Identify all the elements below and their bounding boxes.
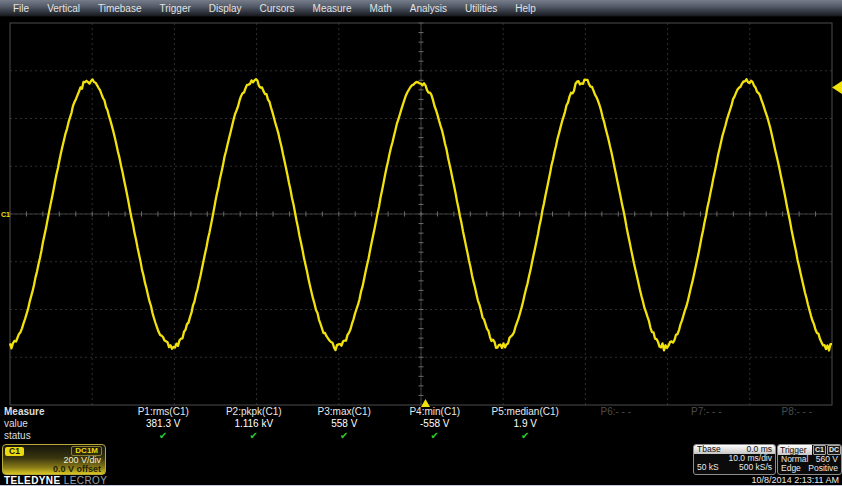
- p8-label: P8:- - -: [752, 406, 842, 418]
- p2-label: P2:pkpk(C1): [209, 406, 300, 418]
- p4-label: P4:min(C1): [390, 406, 481, 418]
- oscilloscope-window: File Vertical Timebase Trigger Display C…: [0, 0, 842, 486]
- timebase-label: Tbase: [697, 445, 721, 454]
- trigger-descriptor-box[interactable]: Trigger C1 DC Normal 560 V Edge Positive: [777, 444, 842, 475]
- trigger-position-marker[interactable]: [421, 399, 430, 407]
- p5-label: P5:median(C1): [480, 406, 571, 418]
- status-ok-icon: ✔: [299, 430, 390, 441]
- status-ok-icon: ✔: [390, 430, 481, 441]
- menu-measure[interactable]: Measure: [304, 3, 361, 14]
- p4-value: -558 V: [390, 418, 481, 430]
- measure-row-labels: Measure value status: [0, 406, 118, 444]
- channel-zero-marker[interactable]: C1: [1, 211, 10, 218]
- measure-label: Measure: [4, 406, 118, 418]
- channel-offset: 0.0 V offset: [3, 465, 105, 474]
- menu-cursors[interactable]: Cursors: [251, 3, 304, 14]
- trigger-type: Edge: [781, 464, 801, 473]
- measure-col-p4[interactable]: P4:min(C1) -558 V ✔: [390, 406, 481, 444]
- measure-col-p1[interactable]: P1:rms(C1) 381.3 V ✔: [118, 406, 209, 444]
- measure-panel: Measure value status P1:rms(C1) 381.3 V …: [0, 406, 842, 444]
- waveform-display-area: C1: [0, 17, 842, 406]
- p3-label: P3:max(C1): [299, 406, 390, 418]
- menu-analysis[interactable]: Analysis: [401, 3, 456, 14]
- p1-value: 381.3 V: [118, 418, 209, 430]
- sample-count: 50 kS: [697, 463, 719, 472]
- channel-c1-descriptor-box[interactable]: C1 DC1M 200 V/div 0.0 V offset: [2, 444, 106, 475]
- trigger-slope: Positive: [808, 464, 838, 473]
- status-ok-icon: ✔: [118, 430, 209, 441]
- p1-label: P1:rms(C1): [118, 406, 209, 418]
- measure-col-p8[interactable]: P8:- - -: [752, 406, 842, 444]
- sample-rate: 500 kS/s: [739, 463, 772, 472]
- measure-col-p3[interactable]: P3:max(C1) 558 V ✔: [299, 406, 390, 444]
- status-label: status: [4, 430, 118, 442]
- status-ok-icon: ✔: [480, 430, 571, 441]
- measure-col-p5[interactable]: P5:median(C1) 1.9 V ✔: [480, 406, 571, 444]
- trigger-level-marker[interactable]: [832, 81, 842, 94]
- measure-col-p2[interactable]: P2:pkpk(C1) 1.116 kV ✔: [209, 406, 300, 444]
- graticule-grid: [10, 23, 832, 405]
- menu-file[interactable]: File: [4, 3, 38, 14]
- p2-value: 1.116 kV: [209, 418, 300, 430]
- value-label: value: [4, 418, 118, 430]
- channel-c1-badge: C1: [5, 447, 24, 456]
- menu-utilities[interactable]: Utilities: [456, 3, 506, 14]
- menu-math[interactable]: Math: [361, 3, 401, 14]
- menu-timebase[interactable]: Timebase: [89, 3, 151, 14]
- menu-help[interactable]: Help: [506, 3, 545, 14]
- p7-label: P7:- - -: [661, 406, 752, 418]
- measure-col-p7[interactable]: P7:- - -: [661, 406, 752, 444]
- menu-trigger[interactable]: Trigger: [150, 3, 199, 14]
- menu-bar: File Vertical Timebase Trigger Display C…: [0, 0, 842, 17]
- timebase-descriptor-box[interactable]: Tbase 0.0 ms 10.0 ms/div 50 kS 500 kS/s: [693, 444, 776, 475]
- p6-label: P6:- - -: [571, 406, 662, 418]
- menu-display[interactable]: Display: [200, 3, 251, 14]
- menu-vertical[interactable]: Vertical: [38, 3, 89, 14]
- p3-value: 558 V: [299, 418, 390, 430]
- descriptor-bar: C1 DC1M 200 V/div 0.0 V offset TELEDYNE …: [0, 444, 842, 486]
- graticule-svg: C1: [0, 17, 842, 406]
- status-ok-icon: ✔: [209, 430, 300, 441]
- p5-value: 1.9 V: [480, 418, 571, 430]
- measure-col-p6[interactable]: P6:- - -: [571, 406, 662, 444]
- datetime-stamp: 10/8/2014 2:13:11 AM: [752, 475, 839, 485]
